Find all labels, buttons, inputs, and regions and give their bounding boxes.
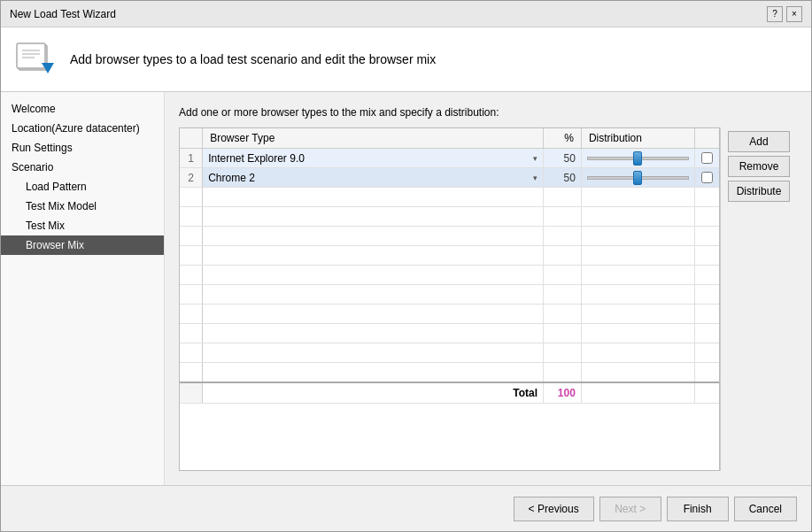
total-row-num bbox=[180, 382, 203, 404]
sidebar-item-test-mix-model[interactable]: Test Mix Model bbox=[1, 197, 164, 216]
finish-button[interactable]: Finish bbox=[667, 497, 729, 521]
add-button[interactable]: Add bbox=[728, 131, 790, 152]
table-with-buttons: Browser Type % Distribution 1 bbox=[179, 127, 797, 471]
col-header-browser: Browser Type bbox=[203, 128, 544, 149]
content-area: Add one or more browser types to the mix… bbox=[165, 92, 811, 485]
col-header-check bbox=[695, 128, 719, 149]
slider-track-1 bbox=[587, 157, 689, 160]
col-header-pct: % bbox=[544, 128, 582, 149]
row-num-1: 1 bbox=[180, 149, 203, 168]
pct-cell-1[interactable]: 50 bbox=[544, 149, 582, 168]
sidebar: Welcome Location(Azure datacenter) Run S… bbox=[1, 92, 165, 485]
browser-cell-1[interactable]: Internet Explorer 9.0 ▾ bbox=[203, 149, 544, 168]
check-cell-2[interactable] bbox=[695, 168, 719, 188]
title-bar-controls: ? × bbox=[767, 6, 802, 22]
sidebar-item-scenario[interactable]: Scenario bbox=[1, 158, 164, 177]
table-row-empty bbox=[180, 207, 719, 227]
svg-rect-1 bbox=[17, 43, 45, 68]
total-label: Total bbox=[203, 382, 544, 404]
next-button[interactable]: Next > bbox=[599, 497, 661, 521]
slider-track-2 bbox=[587, 176, 689, 180]
cancel-button[interactable]: Cancel bbox=[734, 497, 797, 521]
dialog-title: New Load Test Wizard bbox=[10, 8, 116, 20]
row-checkbox-2[interactable] bbox=[701, 172, 713, 183]
sidebar-item-load-pattern[interactable]: Load Pattern bbox=[1, 177, 164, 197]
sidebar-item-browser-mix[interactable]: Browser Mix bbox=[1, 235, 164, 255]
header-section: Add browser types to a load test scenari… bbox=[1, 27, 811, 92]
col-header-num bbox=[180, 128, 203, 149]
table-row-empty bbox=[180, 188, 719, 207]
check-cell-1[interactable] bbox=[695, 149, 719, 168]
total-value: 100 bbox=[544, 382, 582, 404]
sidebar-item-test-mix[interactable]: Test Mix bbox=[1, 216, 164, 235]
dist-cell-2[interactable] bbox=[581, 168, 694, 188]
help-button[interactable]: ? bbox=[767, 6, 783, 22]
col-header-dist: Distribution bbox=[581, 128, 694, 149]
slider-thumb-1[interactable] bbox=[633, 151, 642, 166]
footer: < Previous Next > Finish Cancel bbox=[1, 485, 811, 531]
content-description: Add one or more browser types to the mix… bbox=[179, 106, 797, 119]
main-content: Welcome Location(Azure datacenter) Run S… bbox=[1, 92, 811, 485]
slider-container-2[interactable] bbox=[587, 171, 689, 185]
table-row-empty bbox=[180, 343, 719, 363]
sidebar-item-run-settings[interactable]: Run Settings bbox=[1, 138, 164, 158]
header-title: Add browser types to a load test scenari… bbox=[70, 52, 436, 66]
table-row-empty bbox=[180, 246, 719, 266]
slider-container-1[interactable] bbox=[587, 151, 689, 166]
total-check-empty bbox=[695, 382, 719, 404]
table-row-empty bbox=[180, 363, 719, 382]
table-row-empty bbox=[180, 285, 719, 305]
title-bar: New Load Test Wizard ? × bbox=[1, 1, 811, 27]
browser-name-1: Internet Explorer 9.0 bbox=[208, 152, 305, 165]
table-container: Browser Type % Distribution 1 bbox=[179, 127, 720, 471]
side-buttons: Add Remove Distribute bbox=[720, 127, 797, 471]
row-checkbox-1[interactable] bbox=[701, 152, 713, 164]
close-button[interactable]: × bbox=[786, 6, 802, 22]
row-num-2: 2 bbox=[180, 168, 203, 188]
table-row-empty bbox=[180, 266, 719, 285]
total-dist-empty bbox=[581, 382, 694, 404]
browser-table: Browser Type % Distribution 1 bbox=[180, 128, 719, 404]
browser-dropdown-1[interactable]: ▾ bbox=[533, 154, 537, 163]
pct-cell-2[interactable]: 50 bbox=[544, 168, 582, 188]
browser-dropdown-2[interactable]: ▾ bbox=[533, 173, 537, 182]
table-row-empty bbox=[180, 227, 719, 246]
title-bar-left: New Load Test Wizard bbox=[10, 8, 116, 20]
remove-button[interactable]: Remove bbox=[728, 156, 790, 177]
table-row: 2 Chrome 2 ▾ 50 bbox=[180, 168, 719, 188]
wizard-icon bbox=[15, 38, 58, 81]
table-wrapper: Browser Type % Distribution 1 bbox=[179, 127, 720, 471]
sidebar-item-welcome[interactable]: Welcome bbox=[1, 99, 164, 119]
dist-cell-1[interactable] bbox=[581, 149, 694, 168]
total-row: Total 100 bbox=[180, 382, 719, 404]
table-row-empty bbox=[180, 324, 719, 343]
previous-button[interactable]: < Previous bbox=[514, 497, 594, 521]
browser-name-2: Chrome 2 bbox=[208, 172, 255, 184]
dialog: New Load Test Wizard ? × Add browser typ… bbox=[0, 0, 812, 532]
slider-thumb-2[interactable] bbox=[633, 171, 642, 185]
browser-cell-2[interactable]: Chrome 2 ▾ bbox=[203, 168, 544, 188]
sidebar-item-location[interactable]: Location(Azure datacenter) bbox=[1, 119, 164, 138]
table-row-empty bbox=[180, 305, 719, 324]
table-row: 1 Internet Explorer 9.0 ▾ 50 bbox=[180, 149, 719, 168]
distribute-button[interactable]: Distribute bbox=[728, 181, 790, 202]
